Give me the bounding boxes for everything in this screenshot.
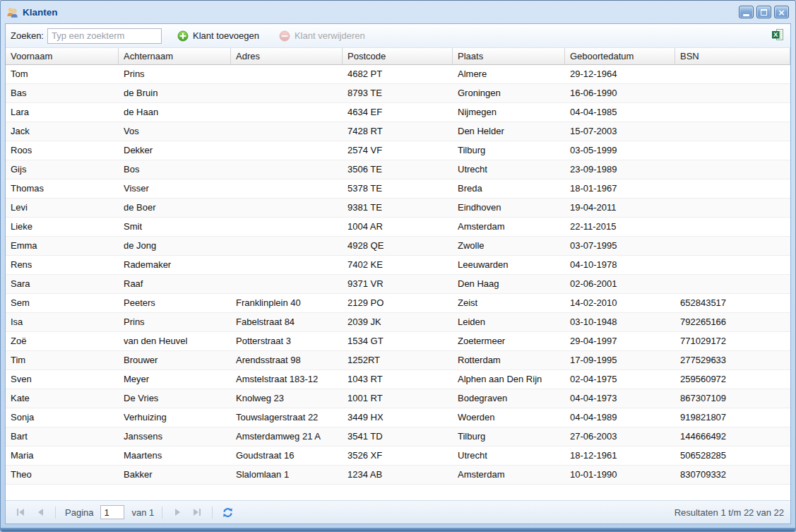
table-row[interactable]: JackVos7428 RTDen Helder15-07-2003 [6,122,790,141]
cell-plaats: Breda [453,179,565,198]
title-bar[interactable]: Klanten × [1,1,795,23]
cell-adres [231,237,343,255]
column-header-voornaam[interactable]: Voornaam [6,48,119,64]
cell-plaats: Bodegraven [453,389,565,408]
cell-achternaam: Brouwer [119,351,231,370]
cell-geboortedatum: 03-07-1995 [565,237,675,255]
next-page-button[interactable] [169,504,186,520]
minimize-icon [743,14,749,16]
minimize-button[interactable] [739,6,754,18]
cell-plaats: Zwolle [453,237,565,255]
table-row[interactable]: Levide Boer9381 TEEindhoven19-04-2011 [6,199,790,218]
table-row[interactable]: Basde Bruin8793 TEGroningen16-06-1990 [6,84,790,103]
table-row[interactable]: RensRademaker7402 KELeeuwarden04-10-1978 [6,256,790,275]
table-row[interactable]: TheoBakkerSlalomlaan 11234 ABAmsterdam10… [6,466,790,485]
last-page-button[interactable] [189,504,206,520]
table-row[interactable]: Larade Haan4634 EFNijmegen04-04-1985 [6,103,790,122]
table-row[interactable]: BartJanssensAmsterdamweg 21 A3541 TDTilb… [6,427,790,447]
add-customer-button[interactable]: Klant toevoegen [173,28,263,44]
cell-plaats: Groningen [453,84,565,102]
cell-adres [231,218,343,236]
maximize-button[interactable] [756,6,771,18]
cell-postcode: 1234 AB [343,466,453,484]
table-row[interactable]: Emmade Jong4928 QEZwolle03-07-1995 [6,237,790,256]
table-row[interactable]: Zoëvan den HeuvelPotterstraat 31534 GTZo… [6,332,790,351]
table-row[interactable]: IsaPrinsFabelstraat 842039 JKLeiden03-10… [6,313,790,332]
cell-postcode: 2574 VF [343,141,453,160]
cell-adres: Potterstraat 3 [231,332,343,350]
cell-achternaam: de Boer [119,199,231,217]
table-row[interactable]: SemPeetersFranklinplein 402129 POZeist14… [6,294,790,313]
cell-geboortedatum: 16-06-1990 [565,84,675,102]
table-row[interactable]: SvenMeyerAmstelstraat 183-121043 RTAlphe… [6,370,790,389]
column-header-achternaam[interactable]: Achternaam [119,48,231,64]
cell-achternaam: Peeters [119,294,231,312]
table-row[interactable]: SaraRaaf9371 VRDen Haag02-06-2001 [6,275,790,294]
cell-plaats: Nijmegen [453,103,565,122]
cell-geboortedatum: 03-10-1948 [565,313,675,331]
cell-voornaam: Bart [6,427,119,446]
cell-adres [231,122,343,141]
cell-voornaam: Lara [6,103,119,122]
cell-achternaam: De Vries [119,389,231,408]
cell-postcode: 9371 VR [343,275,453,293]
cell-plaats: Almere [453,65,565,83]
column-header-postcode[interactable]: Postcode [343,48,453,64]
cell-adres: Franklinplein 40 [231,294,343,312]
previous-page-button[interactable] [32,504,49,520]
previous-page-icon [38,509,43,516]
cell-bsn [675,122,790,141]
table-row[interactable]: LiekeSmit1004 ARAmsterdam22-11-2015 [6,218,790,237]
cell-adres [231,199,343,217]
cell-achternaam: de Jong [119,237,231,255]
table-row[interactable]: ThomasVisser5378 TEBreda18-01-1967 [6,179,790,199]
cell-plaats: Utrecht [453,447,565,465]
cell-geboortedatum: 02-04-1975 [565,370,675,389]
cell-bsn [675,160,790,179]
cell-voornaam: Isa [6,313,119,331]
column-header-geboortedatum[interactable]: Geboortedatum [565,48,675,64]
cell-postcode: 9381 TE [343,199,453,217]
first-page-button[interactable] [12,504,29,520]
table-row[interactable]: TomPrins4682 PTAlmere29-12-1964 [6,65,790,84]
next-page-icon [175,509,180,516]
last-page-icon-bar [199,509,201,516]
table-row[interactable]: MariaMaartensGoudstraat 163526 XFUtrecht… [6,447,790,466]
refresh-button[interactable] [219,504,236,520]
cell-voornaam: Sem [6,294,119,312]
cell-plaats: Eindhoven [453,199,565,217]
cell-adres: Knolweg 23 [231,389,343,408]
column-header-adres[interactable]: Adres [231,48,343,64]
cell-bsn: 867307109 [675,389,790,408]
cell-voornaam: Tom [6,65,119,83]
column-header-bsn[interactable]: BSN [675,48,790,64]
page-number-input[interactable] [100,505,124,519]
close-icon: × [778,8,785,17]
table-row[interactable]: SonjaVerhuizingTouwslagerstraat 223449 H… [6,408,790,427]
table-row[interactable]: GijsBos3506 TEUtrecht23-09-1989 [6,160,790,179]
cell-voornaam: Kate [6,389,119,408]
window-controls: × [739,6,789,18]
cell-postcode: 5378 TE [343,179,453,198]
table-row[interactable]: TimBrouwerArendsstraat 981252RTRotterdam… [6,351,790,370]
cell-plaats: Tilburg [453,141,565,160]
cell-achternaam: Meyer [119,370,231,389]
cell-bsn [675,199,790,217]
cell-bsn: 830709332 [675,466,790,484]
page-of-label: van 1 [131,507,154,518]
search-input[interactable] [47,28,162,44]
cell-adres [231,141,343,160]
cell-plaats: Leeuwarden [453,256,565,274]
cell-postcode: 4928 QE [343,237,453,255]
cell-adres [231,275,343,293]
remove-customer-button[interactable]: Klant verwijderen [275,28,369,44]
cell-plaats: Den Helder [453,122,565,141]
close-button[interactable]: × [774,6,789,18]
excel-export-button[interactable]: X [770,27,785,45]
cell-postcode: 4682 PT [343,65,453,83]
column-header-plaats[interactable]: Plaats [453,48,565,64]
table-row[interactable]: KateDe VriesKnolweg 231001 RTBodegraven0… [6,389,790,408]
table-row[interactable]: RoosDekker2574 VFTilburg03-05-1999 [6,141,790,160]
cell-voornaam: Bas [6,84,119,102]
cell-achternaam: Vos [119,122,231,141]
